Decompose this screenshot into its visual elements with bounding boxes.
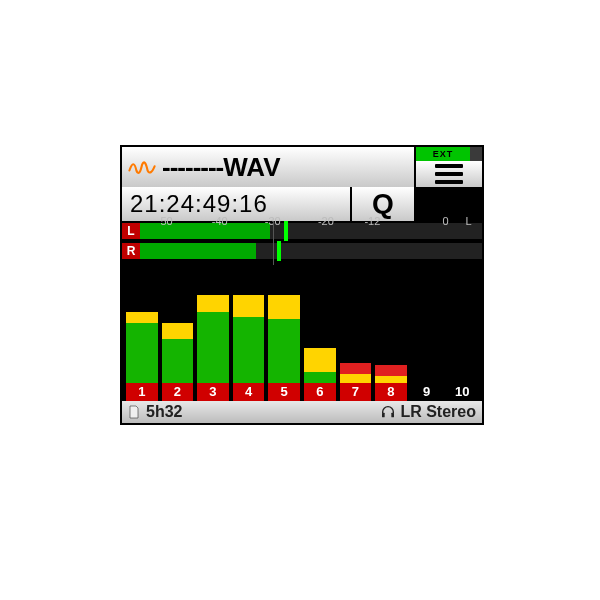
channel-7-bar [340, 363, 372, 383]
channel-6-bar [304, 348, 336, 383]
sd-card-icon [126, 404, 142, 420]
channel-8-bar [375, 365, 407, 383]
channel-10-label: 10 [446, 383, 478, 401]
channel-1-bar [126, 312, 158, 384]
svg-rect-1 [392, 413, 395, 418]
channel-2-bar [162, 323, 194, 384]
filename-placeholder: -------- [162, 152, 223, 183]
mix-left-bar [140, 223, 482, 239]
mix-left-label: L [122, 223, 140, 239]
top-bar: --------WAV EXT [122, 147, 482, 187]
record-time-remaining: 5h32 [146, 403, 182, 421]
headphones-icon [380, 404, 396, 420]
mix-left-fill [140, 223, 270, 239]
media-remaining[interactable]: 5h32 [122, 403, 182, 421]
channel-4-bar [233, 295, 265, 383]
channel-3-bar [197, 295, 229, 383]
filename: --------WAV [162, 147, 287, 187]
channel-7[interactable]: 7 [340, 267, 372, 401]
channel-9[interactable]: 9 [411, 267, 443, 401]
channel-8-label: 8 [375, 383, 407, 401]
channel-4[interactable]: 4 [233, 267, 265, 401]
spacer [416, 187, 482, 221]
svg-rect-0 [382, 413, 385, 418]
menu-button[interactable] [416, 161, 482, 187]
channel-6-label: 6 [304, 383, 336, 401]
channel-1-label: 1 [126, 383, 158, 401]
mix-left-peak-mark [284, 221, 288, 241]
channel-3-label: 3 [197, 383, 229, 401]
hamburger-icon [435, 164, 463, 184]
channel-5[interactable]: 5 [268, 267, 300, 401]
channel-8[interactable]: 8 [375, 267, 407, 401]
filename-ext: WAV [223, 152, 280, 183]
channel-9-label: 9 [411, 383, 443, 401]
mix-right-peak-mark [277, 241, 281, 261]
mix-right-bar [140, 243, 482, 259]
channel-7-label: 7 [340, 383, 372, 401]
channel-5-bar [268, 295, 300, 383]
status-bar: 5h32 LR Stereo [122, 401, 482, 423]
channel-1[interactable]: 1 [126, 267, 158, 401]
channel-3[interactable]: 3 [197, 267, 229, 401]
headphone-mode-label: LR Stereo [400, 403, 476, 421]
channel-10[interactable]: 10 [446, 267, 478, 401]
channel-6[interactable]: 6 [304, 267, 336, 401]
channel-2-label: 2 [162, 383, 194, 401]
lr-mix-meter: L R [122, 221, 482, 265]
top-right-group: EXT [414, 147, 482, 187]
channel-4-label: 4 [233, 383, 265, 401]
channel-2[interactable]: 2 [162, 267, 194, 401]
channel-meters: 12345678910 [122, 267, 482, 401]
mix-right-label: R [122, 243, 140, 259]
mix-right-fill [140, 243, 256, 259]
q-button[interactable]: Q [352, 187, 416, 221]
headphone-routing[interactable]: LR Stereo [380, 403, 482, 421]
channel-5-label: 5 [268, 383, 300, 401]
ext-sync-indicator: EXT [416, 147, 482, 161]
info-row: 21:24:49:16 Q [122, 187, 482, 223]
recorder-screen: --------WAV EXT 21:24:49:16 Q L [120, 145, 484, 425]
timecode-display[interactable]: 21:24:49:16 [122, 187, 352, 221]
brand-logo-icon [122, 147, 162, 187]
